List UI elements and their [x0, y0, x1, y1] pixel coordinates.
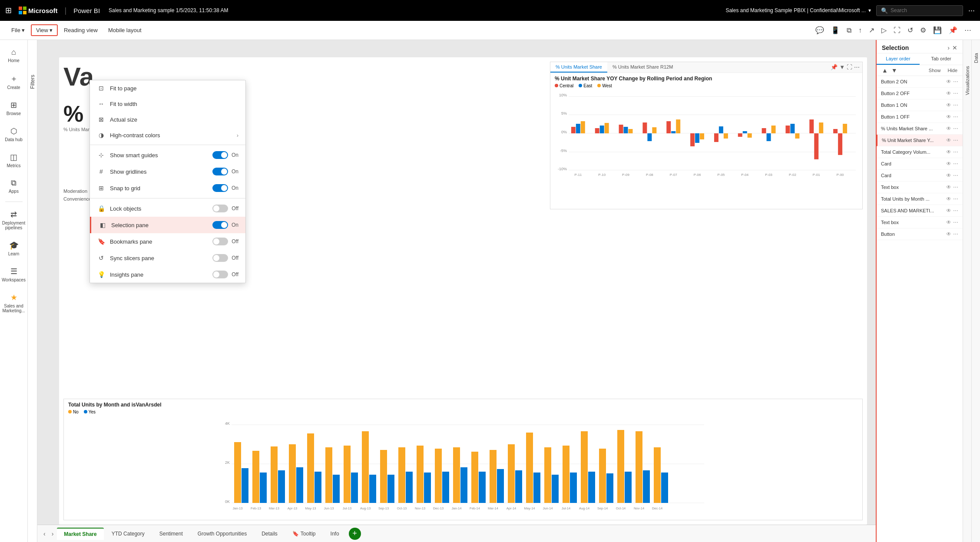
rp-item-textbox1[interactable]: Text box 👁 ⋯ — [877, 182, 963, 193]
pin-icon[interactable]: 📌 — [947, 24, 959, 36]
rp-tab-layer-order[interactable]: Layer order — [877, 53, 920, 65]
vd-actual-size[interactable]: ⊠ Actual size — [90, 112, 245, 127]
lock-objects-toggle[interactable] — [212, 205, 228, 212]
more-item-icon3[interactable]: ⋯ — [953, 102, 958, 108]
vd-selection-pane[interactable]: ◧ Selection pane On — [90, 217, 245, 233]
chart-filter-icon[interactable]: ▼ — [839, 64, 845, 71]
more-item-icon8[interactable]: ⋯ — [953, 161, 958, 167]
share-icon[interactable]: ↗ — [867, 24, 876, 36]
more-item-icon7[interactable]: ⋯ — [953, 149, 958, 155]
more-item-icon4[interactable]: ⋯ — [953, 114, 958, 120]
visibility-icon14[interactable]: 👁 — [946, 231, 951, 237]
more-item-icon5[interactable]: ⋯ — [953, 126, 958, 132]
vd-lock-objects[interactable]: 🔒 Lock objects Off — [90, 200, 245, 217]
visibility-icon13[interactable]: 👁 — [946, 219, 951, 225]
tab-details[interactable]: Details — [255, 528, 285, 539]
rp-item-button[interactable]: Button 👁 ⋯ — [877, 228, 963, 240]
selection-panel-expand[interactable]: › — [947, 44, 950, 51]
tab-info[interactable]: Info — [324, 528, 346, 539]
more-item-icon2[interactable]: ⋯ — [953, 90, 958, 96]
rp-item-btn1on[interactable]: Button 1 ON 👁 ⋯ — [877, 99, 963, 111]
more-item-icon13[interactable]: ⋯ — [953, 219, 958, 225]
tab-growth-opportunities[interactable]: Growth Opportunities — [191, 528, 254, 539]
more-item-icon6[interactable]: ⋯ — [953, 137, 958, 143]
visibility-icon3[interactable]: 👁 — [946, 102, 951, 108]
visibility-icon4[interactable]: 👁 — [946, 114, 951, 120]
vd-high-contrast[interactable]: ◑ High-contrast colors › — [90, 127, 245, 143]
visibility-icon11[interactable]: 👁 — [946, 196, 951, 202]
more-item-icon[interactable]: ⋯ — [953, 79, 958, 85]
doc-path-chevron[interactable]: ▾ — [868, 7, 871, 13]
visibility-icon[interactable]: 👁 — [946, 79, 951, 85]
chart-pin-icon[interactable]: 📌 — [831, 64, 838, 71]
chart-tab-r12m[interactable]: % Units Market Share R12M — [607, 62, 678, 73]
more-options-button[interactable]: ··· — [968, 6, 975, 15]
vd-bookmarks-pane[interactable]: 🔖 Bookmarks pane Off — [90, 233, 245, 250]
rp-item-card1[interactable]: Card 👁 ⋯ — [877, 158, 963, 170]
visualizations-side-tab[interactable]: Visualizations — [963, 40, 971, 542]
search-box[interactable]: 🔍 — [876, 5, 963, 16]
sidebar-item-deployment[interactable]: ⇄ Deployment pipelines — [1, 205, 26, 235]
tab-tooltip[interactable]: 🔖Tooltip — [285, 528, 323, 539]
sidebar-item-create[interactable]: ＋ Create — [1, 69, 26, 94]
present-icon[interactable]: ▷ — [880, 24, 888, 36]
sort-down-icon[interactable]: ▼ — [891, 67, 897, 74]
insights-toggle[interactable] — [212, 271, 228, 278]
tab-nav-right[interactable]: › — [49, 529, 56, 539]
settings-icon[interactable]: ⚙ — [918, 24, 928, 36]
more-item-icon14[interactable]: ⋯ — [953, 231, 958, 237]
more-item-icon9[interactable]: ⋯ — [953, 172, 958, 178]
waffle-icon[interactable]: ⊞ — [5, 6, 12, 15]
file-button[interactable]: File ▾ — [7, 25, 29, 35]
rp-item-btn2off[interactable]: Button 2 OFF 👁 ⋯ — [877, 88, 963, 99]
sidebar-item-apps[interactable]: ⧉ Apps — [1, 174, 26, 198]
view-button[interactable]: View ▾ — [31, 24, 58, 36]
sort-up-icon[interactable]: ▲ — [882, 67, 888, 74]
chart-more-icon[interactable]: ⋯ — [854, 64, 860, 71]
filters-panel[interactable]: Filters — [28, 40, 37, 542]
save-icon[interactable]: 💾 — [931, 24, 944, 36]
vd-insights-pane[interactable]: 💡 Insights pane Off — [90, 266, 245, 283]
tab-sentiment[interactable]: Sentiment — [152, 528, 190, 539]
vd-sync-slicers[interactable]: ↺ Sync slicers pane Off — [90, 250, 245, 266]
visibility-icon7[interactable]: 👁 — [946, 149, 951, 155]
more-item-icon10[interactable]: ⋯ — [953, 184, 958, 190]
more-ribbon-icon[interactable]: ⋯ — [963, 24, 973, 36]
gridlines-toggle[interactable] — [212, 168, 228, 175]
data-side-tab[interactable]: Data — [971, 40, 980, 542]
refresh-icon[interactable]: ↺ — [906, 24, 915, 36]
visibility-icon5[interactable]: 👁 — [946, 126, 951, 132]
sidebar-item-browse[interactable]: ⊞ Browse — [1, 96, 26, 120]
mobile-layout-button[interactable]: Mobile layout — [104, 25, 146, 35]
tab-nav-left[interactable]: ‹ — [41, 529, 48, 539]
visibility-icon2[interactable]: 👁 — [946, 90, 951, 96]
rp-item-total-cat-vol[interactable]: Total Category Volum... 👁 ⋯ — [877, 146, 963, 158]
sidebar-item-metrics[interactable]: ◫ Metrics — [1, 148, 26, 172]
tab-market-share[interactable]: Market Share — [57, 528, 103, 540]
vd-smart-guides[interactable]: ⊹ Show smart guides On — [90, 147, 245, 163]
visibility-icon8[interactable]: 👁 — [946, 161, 951, 167]
chart-tab-units[interactable]: % Units Market Share — [550, 62, 607, 73]
snap-grid-toggle[interactable] — [212, 184, 228, 192]
more-item-icon11[interactable]: ⋯ — [953, 196, 958, 202]
sidebar-item-sales[interactable]: ★ Sales and Marketing... — [1, 288, 26, 317]
sync-slicers-toggle[interactable] — [212, 254, 228, 262]
vd-fit-to-page[interactable]: ⊡ Fit to page — [90, 80, 245, 96]
vd-snap-to-grid[interactable]: ⊞ Snap to grid On — [90, 180, 245, 196]
visibility-icon10[interactable]: 👁 — [946, 184, 951, 190]
rp-item-sales-marketing[interactable]: SALES AND MARKETI... 👁 ⋯ — [877, 205, 963, 217]
sidebar-item-datahub[interactable]: ⬡ Data hub — [1, 122, 26, 146]
phone-icon[interactable]: 📱 — [829, 24, 841, 36]
visibility-icon6[interactable]: 👁 — [946, 137, 951, 143]
visibility-icon12[interactable]: 👁 — [946, 208, 951, 214]
rp-item-total-units-month[interactable]: Total Units by Month ... 👁 ⋯ — [877, 193, 963, 205]
visibility-icon9[interactable]: 👁 — [946, 172, 951, 178]
rp-item-unit-market-yoy[interactable]: % Unit Market Share Y... 👁 ⋯ — [877, 135, 963, 146]
sidebar-item-workspaces[interactable]: ☰ Workspaces — [1, 262, 26, 287]
reading-view-button[interactable]: Reading view — [60, 25, 102, 35]
rp-item-btn1off[interactable]: Button 1 OFF 👁 ⋯ — [877, 111, 963, 123]
copy-icon[interactable]: ⧉ — [845, 25, 853, 36]
add-tab-button[interactable]: + — [349, 528, 361, 540]
comment-icon[interactable]: 💬 — [814, 24, 826, 36]
selection-pane-toggle[interactable] — [212, 221, 228, 229]
